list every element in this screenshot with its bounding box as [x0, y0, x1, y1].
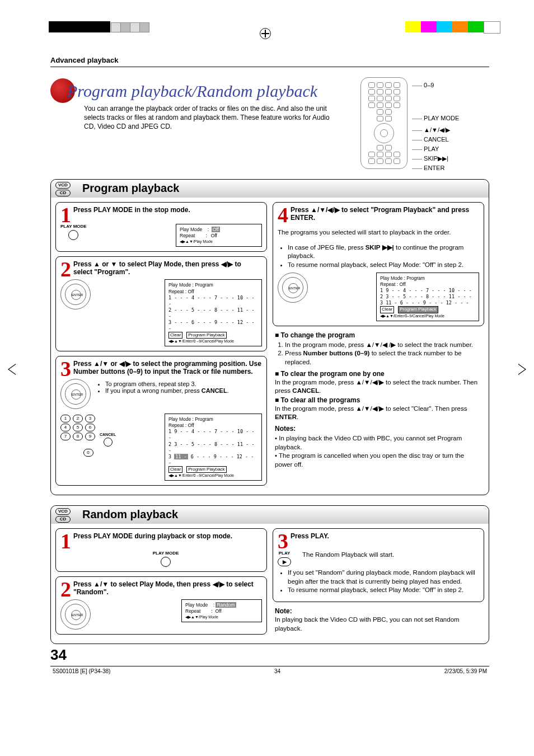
random-playback-section: VCD CD Random playback 1 Press PLAY MODE… [50, 505, 489, 644]
page-title: Program playback/Random playback [50, 82, 349, 101]
step-title: Press ▲/▼ to select Play Mode, then pres… [60, 580, 262, 596]
step-bullet: To resume normal playback, select Play M… [288, 261, 479, 270]
page-number: 34 [50, 646, 489, 664]
crop-mark-right-icon [518, 364, 526, 375]
step-number: 1 [60, 532, 71, 550]
random-step-1: 1 Press PLAY MODE during playback or sto… [55, 528, 267, 571]
step-bullet: If you input a wrong number, press CANCE… [105, 387, 262, 394]
step-number: 2 [60, 580, 71, 598]
step-number: 3 [60, 360, 71, 378]
program-step-3: 3 Press ▲/▼ or ◀/▶ to select the program… [55, 356, 267, 486]
remote-label: ▲/▼/◀/▶ [424, 126, 450, 133]
step-title: Press ▲ or ▼ to select Play Mode, then p… [60, 260, 262, 276]
disc-type-badge: VCD CD [55, 508, 71, 524]
step-bullet: To program others, repeat step 3. [105, 381, 262, 387]
osd-screen: Play Mode : Program Repeat : Off 1 - - -… [165, 279, 262, 346]
program-step-1: 1 Press PLAY MODE in the stop mode. PLAY… [55, 202, 267, 252]
remote-label: CANCEL [424, 136, 449, 143]
step-title: Press ▲/▼/◀/▶ to select "Program Playbac… [278, 206, 479, 222]
osd-screen: Play Mode : Off Repeat : Off ◀▶▲▼/Play M… [176, 224, 262, 247]
play-mode-button-icon: PLAY MODE [60, 224, 87, 240]
disc-type-badge: VCD CD [55, 182, 71, 198]
number-pad-icon: 123 456 789 CANCEL 0 [60, 414, 116, 458]
section-heading: Random playback [82, 508, 178, 520]
program-extra-notes: To change the program In the program mod… [273, 331, 484, 469]
osd-screen: Play Mode : Random Repeat : Off ◀▶▲▼/Pla… [181, 599, 262, 622]
play-mode-button-icon: PLAY MODE [69, 551, 262, 567]
remote-label: PLAY MODE [424, 115, 459, 121]
remote-label: SKIP▶▶| [424, 155, 448, 162]
step-number: 2 [60, 260, 71, 278]
step-title: Press ▲/▼ or ◀/▶ to select the programmi… [60, 360, 262, 375]
step-paragraph: The Random Playback will start. [297, 551, 479, 560]
program-step-4: 4 Press ▲/▼/◀/▶ to select "Program Playb… [273, 202, 484, 326]
random-note: Note: In playing back the Video CD with … [273, 607, 484, 633]
random-step-2: 2 Press ▲/▼ to select Play Mode, then pr… [55, 576, 267, 635]
dpad-icon: ENTER [60, 599, 91, 630]
dpad-icon: ENTER [60, 379, 91, 409]
section-heading: Program playback [82, 182, 179, 194]
remote-label: ENTER [424, 165, 444, 171]
osd-screen: Play Mode : Program Repeat : Off 1 9 - -… [376, 273, 479, 321]
remote-label: 0–9 [424, 82, 434, 88]
chapter-heading: Advanced playback [50, 56, 489, 67]
step-number: 1 [60, 206, 71, 224]
step-bullet: If you set "Random" during playback mode… [288, 569, 479, 586]
osd-screen: Play Mode : Program Repeat : Off 1 9 - -… [165, 414, 262, 481]
step-title: Press PLAY. [278, 532, 479, 540]
program-step-2: 2 Press ▲ or ▼ to select Play Mode, then… [55, 256, 267, 351]
registration-mark-icon [260, 28, 271, 39]
step-title: Press PLAY MODE during playback or stop … [60, 532, 262, 540]
dpad-icon: ENTER [278, 273, 308, 303]
step-bullet: In case of JPEG file, press SKIP ▶▶| to … [288, 243, 479, 261]
print-registration-bar [0, 0, 534, 34]
play-button-icon: PLAY ▶ [278, 551, 291, 568]
remote-diagram: 0–9 PLAY MODE ▲/▼/◀/▶ CANCEL PLAY SKIP▶▶… [360, 77, 489, 169]
step-title: Press PLAY MODE in the stop mode. [60, 206, 262, 214]
random-step-3: 3 Press PLAY. PLAY ▶ The Random Playback… [273, 528, 484, 602]
footer-meta: 5S00101B [E] (P34-38) 34 2/23/05, 5:39 P… [50, 666, 489, 674]
step-number: 4 [278, 206, 288, 224]
dpad-icon: ENTER [60, 279, 91, 309]
remote-outline-icon [360, 77, 407, 169]
remote-label: PLAY [424, 145, 439, 152]
step-bullet: To resume normal playback, select Play M… [288, 586, 479, 595]
intro-paragraph: You can arrange the playback order of tr… [84, 104, 330, 132]
step-number: 3 [278, 532, 288, 550]
crop-mark-left-icon [8, 364, 16, 375]
program-playback-section: VCD CD Program playback 1 Press PLAY MOD… [50, 179, 489, 495]
step-paragraph: The programs you selected will start to … [278, 228, 479, 237]
